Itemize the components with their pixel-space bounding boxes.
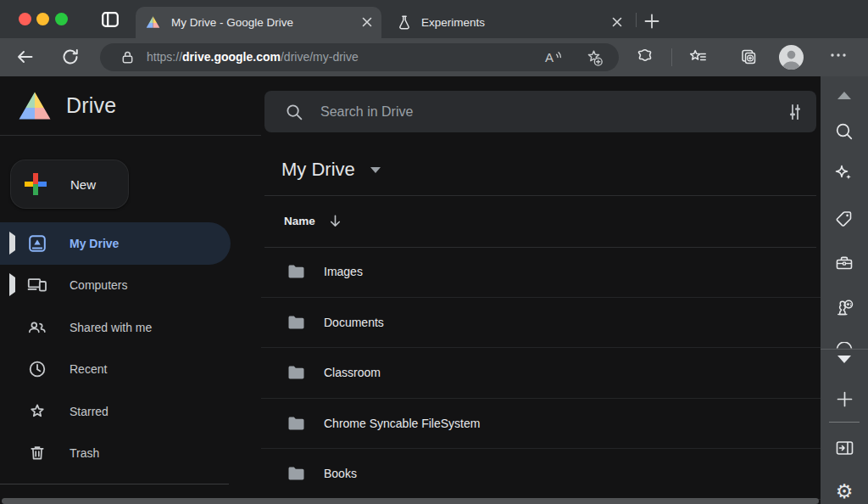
sidebar-item-starred[interactable]: Starred bbox=[0, 390, 261, 433]
folder-name: Documents bbox=[324, 316, 384, 329]
favorites-icon[interactable] bbox=[688, 48, 707, 66]
collections-icon[interactable] bbox=[739, 48, 758, 66]
workspaces-icon[interactable] bbox=[102, 12, 119, 27]
chevron-down-icon[interactable] bbox=[370, 167, 381, 173]
drive-favicon-icon bbox=[146, 15, 160, 29]
horizontal-scrollbar[interactable] bbox=[2, 498, 819, 504]
zoom-window-button[interactable] bbox=[55, 13, 68, 25]
sidebar-item-label: My Drive bbox=[70, 237, 119, 250]
read-aloud-icon[interactable]: A bbox=[544, 48, 563, 66]
folder-name: Books bbox=[324, 467, 357, 480]
tab-my-drive[interactable]: My Drive - Google Drive bbox=[136, 7, 381, 38]
shopping-tag-icon[interactable] bbox=[821, 209, 868, 229]
computers-icon bbox=[27, 275, 47, 295]
copilot-sparkle-icon[interactable] bbox=[821, 163, 868, 185]
search-bar[interactable] bbox=[264, 91, 816, 132]
profile-avatar[interactable] bbox=[779, 45, 804, 70]
plus-icon bbox=[25, 173, 47, 195]
file-list: Images Documents Classroom bbox=[261, 247, 821, 500]
sidebar-item-my-drive[interactable]: My Drive bbox=[0, 222, 231, 265]
file-row[interactable]: Images bbox=[261, 247, 821, 298]
sidebar-item-label: Shared with me bbox=[70, 321, 152, 334]
sidebar-settings-icon[interactable]: ⚙ bbox=[821, 482, 868, 501]
sidebar-item-label: Recent bbox=[70, 362, 107, 376]
always-show-sidebar-icon[interactable] bbox=[821, 439, 868, 457]
sidebar-item-computers[interactable]: Computers bbox=[0, 265, 261, 307]
file-row[interactable]: Books bbox=[261, 449, 821, 500]
folder-icon bbox=[287, 264, 305, 279]
recent-clock-icon bbox=[27, 359, 47, 379]
drive-sidebar: Drive New bbox=[0, 76, 261, 504]
edge-sidebar: ⚙ bbox=[821, 76, 868, 504]
page-title-row[interactable]: My Drive bbox=[281, 144, 381, 195]
file-row[interactable]: Chrome Syncable FileSystem bbox=[261, 399, 821, 450]
hidden-scrolled-icon bbox=[821, 342, 868, 349]
tab-title: My Drive - Google Drive bbox=[171, 16, 293, 29]
starred-icon bbox=[27, 401, 47, 422]
sidebar-search-icon[interactable] bbox=[821, 121, 868, 142]
url-path: /drive/my-drive bbox=[281, 50, 359, 64]
close-tab-icon[interactable] bbox=[611, 16, 623, 28]
page-title: My Drive bbox=[281, 159, 355, 181]
tools-toolbox-icon[interactable] bbox=[821, 253, 868, 273]
sidebar-item-label: Trash bbox=[70, 446, 99, 460]
content-area: Drive New bbox=[0, 76, 868, 504]
expand-arrow-icon[interactable] bbox=[9, 277, 16, 293]
tab-separator bbox=[636, 13, 637, 27]
folder-name: Images bbox=[324, 265, 363, 278]
sidebar-item-recent[interactable]: Recent bbox=[0, 349, 261, 391]
shared-people-icon bbox=[27, 317, 47, 338]
navigation-toolbar: https://drive.google.com/drive/my-drive … bbox=[0, 38, 868, 76]
trash-icon bbox=[27, 443, 47, 463]
lock-icon[interactable] bbox=[120, 50, 135, 64]
sidebar-item-label: Starred bbox=[70, 405, 108, 418]
tab-experiments[interactable]: Experiments bbox=[386, 7, 632, 38]
add-favorite-icon[interactable] bbox=[585, 48, 603, 66]
file-row[interactable]: Classroom bbox=[261, 348, 821, 399]
column-header-row: Name bbox=[284, 195, 342, 247]
flask-icon bbox=[397, 14, 411, 28]
url-scheme: https:// bbox=[147, 50, 182, 64]
search-options-icon[interactable] bbox=[786, 103, 804, 121]
column-header-name[interactable]: Name bbox=[284, 215, 315, 227]
close-window-button[interactable] bbox=[19, 13, 31, 25]
settings-menu-icon[interactable] bbox=[829, 52, 848, 70]
expand-arrow-icon[interactable] bbox=[9, 236, 16, 251]
address-bar[interactable]: https://drive.google.com/drive/my-drive … bbox=[100, 43, 619, 71]
new-tab-button[interactable] bbox=[644, 14, 659, 29]
file-row[interactable]: Documents bbox=[261, 298, 821, 349]
scroll-up-icon[interactable] bbox=[821, 92, 868, 99]
browser-window: My Drive - Google Drive Experiments bbox=[0, 0, 868, 504]
svg-text:A: A bbox=[545, 50, 554, 64]
tab-bar: My Drive - Google Drive Experiments bbox=[0, 0, 868, 38]
add-sidebar-item-icon[interactable] bbox=[821, 391, 868, 407]
folder-icon bbox=[287, 365, 305, 380]
minimize-window-button[interactable] bbox=[36, 13, 49, 25]
new-button[interactable]: New bbox=[10, 160, 129, 209]
games-icon[interactable] bbox=[821, 297, 868, 319]
close-tab-icon[interactable] bbox=[361, 16, 373, 28]
browser-essentials-icon[interactable] bbox=[636, 48, 654, 66]
search-icon[interactable] bbox=[286, 104, 303, 120]
scroll-boundary-line bbox=[821, 349, 868, 350]
new-button-label: New bbox=[70, 177, 96, 192]
drive-logo-icon[interactable] bbox=[18, 91, 52, 120]
scroll-down-icon[interactable] bbox=[821, 356, 868, 363]
drive-header: Drive bbox=[0, 76, 261, 136]
toolbar-separator bbox=[671, 48, 672, 66]
divider bbox=[264, 195, 816, 196]
folder-name: Chrome Syncable FileSystem bbox=[324, 417, 480, 430]
folder-icon bbox=[287, 466, 305, 481]
back-button[interactable] bbox=[15, 48, 34, 66]
folder-icon bbox=[287, 416, 305, 431]
url-host: drive.google.com bbox=[182, 50, 281, 64]
sidebar-item-shared-with-me[interactable]: Shared with me bbox=[0, 306, 261, 349]
sort-arrow-down-icon[interactable] bbox=[328, 214, 342, 228]
folder-icon bbox=[287, 315, 305, 330]
sidebar-item-trash[interactable]: Trash bbox=[0, 433, 261, 475]
url-text: https://drive.google.com/drive/my-drive bbox=[147, 50, 359, 64]
sidebar-item-label: Computers bbox=[70, 278, 127, 292]
search-input[interactable] bbox=[320, 104, 786, 120]
refresh-button[interactable] bbox=[61, 48, 80, 66]
sidebar-divider bbox=[829, 422, 860, 423]
